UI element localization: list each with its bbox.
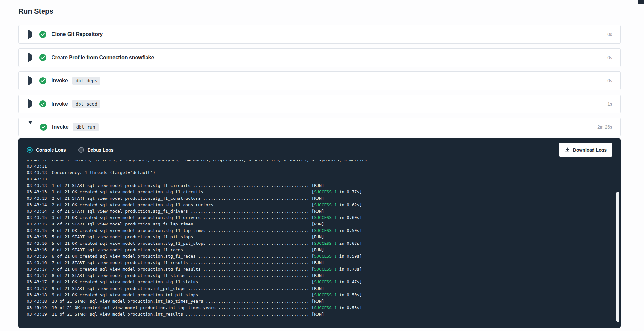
log-line: 03:43:16 6 of 21 OK created sql view mod… — [27, 253, 621, 260]
console-log-lines: 03:43:11 Found 21 models, 17 tests, 0 sn… — [27, 160, 621, 317]
console-panel: Console Logs Debug Logs Download Logs 03… — [18, 138, 621, 328]
expand-caret-icon[interactable] — [28, 101, 32, 107]
success-check-icon — [39, 54, 46, 61]
log-line: 03:43:15 5 of 21 START sql view model pr… — [27, 234, 621, 240]
step-group-invoke-dbt-run: Invoke dbt run 2m 26s Console Logs Debug… — [18, 118, 621, 328]
download-icon — [565, 147, 570, 152]
console-header: Console Logs Debug Logs Download Logs — [18, 143, 621, 157]
radio-unselected-icon — [78, 147, 84, 153]
log-line: 03:43:19 11 of 21 START sql view model p… — [27, 311, 621, 317]
log-line: 03:43:13 1 of 21 START sql view model pr… — [27, 182, 621, 189]
step-duration: 0s — [607, 32, 612, 37]
download-logs-button[interactable]: Download Logs — [559, 143, 612, 157]
log-line: 03:43:16 7 of 21 START sql view model pr… — [27, 260, 621, 266]
log-line: 03:43:15 4 of 21 OK created sql view mod… — [27, 227, 621, 234]
log-line: 03:43:11 Found 21 models, 17 tests, 0 sn… — [27, 160, 621, 163]
step-label: Clone Git Repository — [52, 32, 103, 37]
scrollbar-thumb[interactable] — [616, 192, 619, 322]
step-duration: 0s — [607, 55, 612, 60]
step-label: Invoke — [52, 101, 68, 107]
expand-caret-icon[interactable] — [28, 55, 32, 60]
run-steps-page: Run Steps Clone Git Repository 0s Create… — [0, 0, 644, 328]
step-row-create-profile[interactable]: Create Profile from Connection snowflake… — [18, 48, 621, 67]
log-line: 03:43:16 5 of 21 OK created sql view mod… — [27, 240, 621, 247]
log-line: 03:43:17 9 of 21 START sql view model pr… — [27, 285, 621, 292]
step-label: Create Profile from Connection snowflake — [52, 55, 154, 60]
step-command-chip: dbt seed — [72, 100, 100, 108]
log-line: 03:43:19 10 of 21 OK created sql view mo… — [27, 305, 621, 311]
collapse-caret-icon[interactable] — [28, 124, 32, 130]
step-row-invoke-dbt-deps[interactable]: Invoke dbt deps 0s — [18, 71, 621, 90]
log-line: 03:43:17 8 of 21 OK created sql view mod… — [27, 279, 621, 285]
step-command-chip: dbt deps — [72, 77, 100, 85]
run-steps-list: Clone Git Repository 0s Create Profile f… — [18, 25, 621, 328]
log-line: 03:43:15 3 of 21 OK created sql view mod… — [27, 215, 621, 221]
log-line: 03:43:18 9 of 21 OK created sql view mod… — [27, 292, 621, 298]
step-row-invoke-dbt-run[interactable]: Invoke dbt run 2m 26s — [18, 118, 621, 136]
log-line: 03:43:13 Concurrency: 1 threads (target=… — [27, 170, 621, 176]
step-duration: 2m 26s — [597, 124, 612, 130]
step-row-invoke-dbt-seed[interactable]: Invoke dbt seed 1s — [18, 95, 621, 113]
success-check-icon — [39, 100, 46, 107]
console-logs-radio[interactable]: Console Logs — [27, 147, 66, 153]
log-line: 03:43:14 3 of 21 START sql view model pr… — [27, 208, 621, 215]
step-row-clone-git-repository[interactable]: Clone Git Repository 0s — [18, 25, 621, 44]
log-line: 03:43:17 7 of 21 OK created sql view mod… — [27, 266, 621, 272]
success-check-icon — [39, 77, 46, 84]
expand-caret-icon[interactable] — [28, 78, 32, 84]
log-line: 03:43:15 4 of 21 START sql view model pr… — [27, 221, 621, 227]
corner-artifact — [638, 0, 644, 4]
debug-logs-radio[interactable]: Debug Logs — [78, 147, 114, 153]
page-title: Run Steps — [18, 6, 621, 16]
radio-selected-icon — [27, 147, 33, 153]
debug-logs-label: Debug Logs — [88, 147, 114, 152]
step-duration: 1s — [607, 101, 612, 106]
log-line: 03:43:14 2 of 21 OK created sql view mod… — [27, 202, 621, 208]
log-line: 03:43:16 6 of 21 START sql view model pr… — [27, 247, 621, 253]
console-logs-label: Console Logs — [36, 147, 66, 152]
download-logs-label: Download Logs — [573, 147, 607, 152]
log-line: 03:43:17 8 of 21 START sql view model pr… — [27, 272, 621, 279]
log-line: 03:43:11 — [27, 163, 621, 170]
step-command-chip: dbt run — [73, 123, 99, 131]
success-check-icon — [39, 31, 46, 38]
console-scrollbar[interactable] — [616, 160, 619, 324]
success-check-icon — [40, 124, 47, 131]
log-line: 03:43:13 — [27, 176, 621, 182]
log-line: 03:43:13 2 of 21 START sql view model pr… — [27, 195, 621, 202]
step-label: Invoke — [52, 78, 68, 84]
step-duration: 0s — [607, 78, 612, 83]
log-line: 03:43:13 1 of 21 OK created sql view mod… — [27, 189, 621, 195]
step-label: Invoke — [52, 124, 69, 130]
log-line: 03:43:18 10 of 21 START sql view model p… — [27, 298, 621, 305]
expand-caret-icon[interactable] — [28, 32, 32, 37]
console-log-output[interactable]: 03:43:11 Found 21 models, 17 tests, 0 sn… — [18, 160, 621, 324]
